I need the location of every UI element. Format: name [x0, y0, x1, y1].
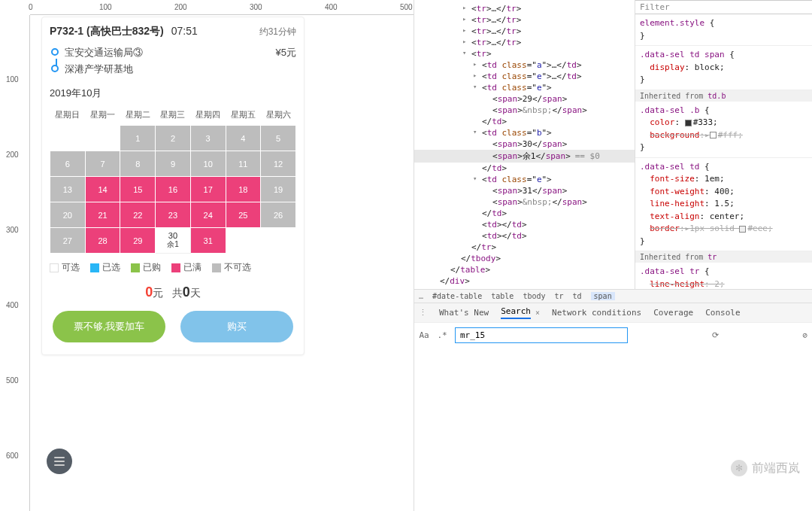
calendar-cell: 9 [156, 151, 191, 177]
tab-console[interactable]: Console [705, 308, 740, 318]
wechat-icon: ✻ [731, 460, 747, 476]
calendar-cell: 26 [261, 202, 296, 228]
styles-pane[interactable]: Filter element.style {} .data-sel td spa… [635, 0, 812, 289]
calendar-table: 星期日星期一星期二星期三星期四星期五星期六 123456789101112131… [50, 105, 296, 254]
tab-coverage[interactable]: Coverage [653, 308, 693, 318]
calendar-cell[interactable]: 16 [156, 177, 191, 202]
calendar-cell [85, 126, 120, 151]
calendar-cell[interactable]: 31 [190, 228, 226, 254]
calendar-cell[interactable]: 24 [190, 202, 226, 228]
search-bar: Aa .* ⟳ ⊘ [414, 322, 812, 348]
calendar-cell: 1 [120, 126, 156, 151]
price: ¥5元 [276, 46, 296, 59]
weekday-header: 星期二 [120, 105, 156, 126]
duration: 约31分钟 [259, 26, 296, 38]
weekday-header: 星期一 [85, 105, 120, 126]
calendar-cell[interactable]: 18 [226, 177, 261, 202]
weekday-header: 星期五 [226, 105, 261, 126]
calendar-cell [50, 126, 86, 151]
calendar-cell: 4 [226, 126, 261, 151]
month-label: 2019年10月 [50, 87, 296, 100]
calendar-cell[interactable]: 28 [85, 228, 120, 254]
calendar-cell: 2 [156, 126, 191, 151]
ruler-vertical: 100 200 300 400 500 600 [0, 15, 30, 511]
devtools-panel: ▸<tr>…</tr> ▸<tr>…</tr> ▸<tr>…</tr> ▸<tr… [414, 0, 812, 511]
calendar-cell: 19 [261, 177, 296, 202]
calendar-cell: 7 [85, 151, 120, 177]
selected-dom-node[interactable]: <span>余1</span>== $0 [414, 150, 635, 163]
close-icon[interactable]: × [535, 309, 540, 317]
drawer-tabs[interactable]: ⋮ What's New Search× Network conditions … [414, 303, 812, 322]
calendar-cell: 5 [261, 126, 296, 151]
origin-label: 宝安交通运输局③ [65, 46, 143, 59]
calendar-cell[interactable]: 29 [120, 228, 156, 254]
weekday-header: 星期日 [50, 105, 86, 126]
legend: 可选 已选 已购 已满 不可选 [50, 261, 296, 274]
list-fab[interactable] [47, 449, 72, 474]
calendar-cell[interactable]: 25 [226, 202, 261, 228]
elements-tree[interactable]: ▸<tr>…</tr> ▸<tr>…</tr> ▸<tr>…</tr> ▸<tr… [414, 0, 635, 289]
tab-search[interactable]: Search [501, 306, 531, 319]
calendar-cell[interactable]: 30余1 [156, 228, 191, 254]
watermark: ✻ 前端西岚 [731, 460, 800, 476]
calendar-cell: 27 [50, 228, 86, 254]
calendar-cell[interactable]: 22 [120, 202, 156, 228]
calendar-cell [226, 228, 261, 254]
depart-time: 07:51 [171, 25, 198, 37]
calendar-cell: 3 [190, 126, 226, 151]
match-case-icon[interactable]: Aa [419, 330, 429, 340]
calendar-cell: 13 [50, 177, 86, 202]
route-name: P732-1 (高快巴士832号) [50, 25, 164, 38]
origin-dot-icon [51, 48, 59, 56]
route-header: P732-1 (高快巴士832号) 07:51 约31分钟 [50, 25, 296, 38]
booking-card: P732-1 (高快巴士832号) 07:51 约31分钟 宝安交通运输局③ ¥… [41, 17, 304, 355]
calendar-cell: 6 [50, 151, 86, 177]
refresh-icon[interactable]: ⟳ [712, 330, 719, 340]
dom-breadcrumb[interactable]: … #date-table table tbody tr td span [414, 289, 812, 303]
selection-summary: 0元 共0天 [50, 284, 296, 300]
calendar-cell: 12 [261, 151, 296, 177]
calendar-cell [261, 228, 296, 254]
search-input[interactable] [455, 327, 628, 343]
calendar-cell[interactable]: 15 [120, 177, 156, 202]
calendar-cell[interactable]: 17 [190, 177, 226, 202]
weekday-header: 星期四 [190, 105, 226, 126]
calendar-cell[interactable]: 14 [85, 177, 120, 202]
regex-icon[interactable]: .* [437, 330, 447, 340]
calendar-cell: 20 [50, 202, 86, 228]
dest-dot-icon [51, 65, 59, 72]
calendar-cell: 11 [226, 151, 261, 177]
dest-label: 深港产学研基地 [65, 62, 133, 76]
calendar-cell[interactable]: 23 [156, 202, 191, 228]
styles-filter[interactable]: Filter [635, 0, 812, 14]
calendar-cell: 8 [120, 151, 156, 177]
request-more-button[interactable]: 票不够,我要加车 [53, 311, 165, 342]
weekday-header: 星期三 [156, 105, 191, 126]
clear-icon[interactable]: ⊘ [802, 330, 807, 340]
stops: 宝安交通运输局③ ¥5元 深港产学研基地 [50, 46, 296, 76]
tab-network-conditions[interactable]: Network conditions [552, 308, 641, 318]
calendar-cell[interactable]: 21 [85, 202, 120, 228]
buy-button[interactable]: 购买 [180, 311, 293, 342]
tab-whats-new[interactable]: What's New [439, 308, 489, 318]
calendar-cell: 10 [190, 151, 226, 177]
ruler-horizontal: 0 100 200 300 400 500 [30, 0, 414, 15]
weekday-header: 星期六 [261, 105, 296, 126]
